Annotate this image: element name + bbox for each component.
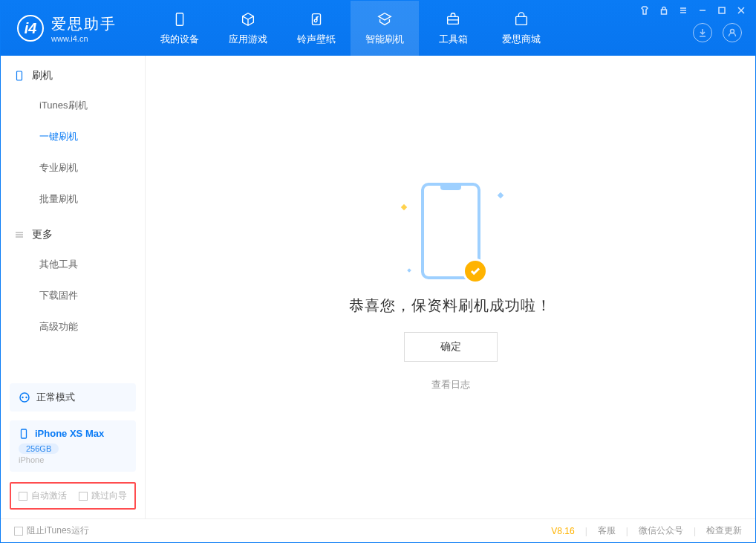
svg-rect-3 [516, 16, 527, 25]
window-controls [639, 5, 746, 16]
version-label: V8.16 [551, 526, 574, 536]
sidebar-group-label: 刷机 [32, 69, 53, 82]
app-url: www.i4.cn [51, 34, 117, 43]
nav-label: 铃声壁纸 [297, 33, 336, 46]
toolbox-icon [444, 10, 462, 28]
sidebar-item-batch-flash[interactable]: 批量刷机 [1, 183, 145, 215]
nav-tab-shop[interactable]: 爱思商城 [487, 1, 555, 56]
phone-illustration-icon [421, 183, 480, 279]
logo: i4 爱思助手 www.i4.cn [1, 1, 146, 56]
titlebar-right [639, 1, 755, 56]
sidebar-item-pro-flash[interactable]: 专业刷机 [1, 152, 145, 183]
phone-icon [171, 10, 189, 28]
svg-rect-5 [719, 7, 725, 13]
nav-tab-device[interactable]: 我的设备 [146, 1, 214, 56]
nav-label: 我的设备 [160, 33, 199, 46]
nav-tab-toolbox[interactable]: 工具箱 [419, 1, 487, 56]
bottom-options-box: 自动激活 跳过向导 [10, 482, 136, 510]
cycle-icon [19, 391, 30, 403]
sidebar-group-label: 更多 [32, 228, 53, 241]
titlebar: i4 爱思助手 www.i4.cn 我的设备 应用游戏 铃声壁纸 智能刷机 [1, 1, 755, 56]
sidebar-group-more: 更多 [1, 215, 145, 249]
svg-rect-4 [662, 10, 667, 14]
app-name: 爱思助手 [51, 14, 117, 34]
sidebar-item-oneclick-flash[interactable]: 一键刷机 [1, 121, 145, 152]
app-window: i4 爱思助手 www.i4.cn 我的设备 应用游戏 铃声壁纸 智能刷机 [0, 0, 756, 543]
maximize-icon[interactable] [717, 5, 727, 16]
nav-label: 工具箱 [439, 33, 468, 46]
nav-tabs: 我的设备 应用游戏 铃声壁纸 智能刷机 工具箱 爱思商城 [146, 1, 555, 56]
lock-icon[interactable] [659, 5, 669, 16]
minimize-icon[interactable] [697, 5, 708, 16]
sidebar-item-advanced[interactable]: 高级功能 [1, 311, 145, 342]
checkbox-skip-wizard[interactable]: 跳过向导 [79, 490, 127, 502]
menu-icon [14, 230, 25, 240]
link-support[interactable]: 客服 [598, 524, 616, 537]
nav-label: 智能刷机 [365, 33, 404, 46]
music-icon [307, 10, 325, 28]
device-storage: 256GB [19, 443, 59, 454]
device-card[interactable]: iPhone XS Max 256GB iPhone [10, 420, 136, 472]
phone-icon [19, 429, 29, 439]
link-check-update[interactable]: 检查更新 [706, 524, 742, 537]
cube-icon [239, 10, 257, 28]
sidebar-item-other-tools[interactable]: 其他工具 [1, 249, 145, 280]
nav-label: 应用游戏 [229, 33, 267, 46]
nav-label: 爱思商城 [502, 33, 541, 46]
checkbox-icon [79, 492, 88, 501]
svg-rect-0 [176, 13, 183, 26]
sidebar-group-flash: 刷机 [1, 56, 145, 90]
checkbox-icon [14, 527, 23, 536]
checkbox-label: 阻止iTunes运行 [27, 524, 89, 537]
checkbox-label: 自动激活 [31, 490, 67, 502]
checkbox-block-itunes[interactable]: 阻止iTunes运行 [14, 524, 89, 537]
nav-tab-ringtones[interactable]: 铃声壁纸 [282, 1, 351, 56]
svg-point-8 [20, 393, 29, 402]
checkbox-auto-activate[interactable]: 自动激活 [19, 490, 67, 502]
sidebar-item-itunes-flash[interactable]: iTunes刷机 [1, 90, 145, 121]
phone-icon [14, 71, 25, 81]
nav-tab-flash[interactable]: 智能刷机 [351, 1, 419, 56]
refresh-icon [376, 10, 394, 28]
nav-tab-apps[interactable]: 应用游戏 [214, 1, 282, 56]
checkbox-label: 跳过向导 [91, 490, 127, 502]
device-name: iPhone XS Max [35, 428, 104, 439]
sidebar: 刷机 iTunes刷机 一键刷机 专业刷机 批量刷机 更多 其他工具 下载固件 … [1, 56, 146, 518]
svg-rect-7 [17, 71, 22, 80]
user-button[interactable] [723, 23, 742, 42]
shirt-icon[interactable] [639, 5, 650, 16]
close-icon[interactable] [736, 5, 746, 16]
success-message: 恭喜您，保资料刷机成功啦！ [349, 296, 552, 316]
sidebar-item-download-firmware[interactable]: 下载固件 [1, 280, 145, 311]
svg-point-9 [22, 397, 23, 398]
mode-label: 正常模式 [36, 391, 75, 404]
view-log-link[interactable]: 查看日志 [431, 378, 470, 391]
link-wechat[interactable]: 微信公众号 [639, 524, 683, 537]
shop-icon [512, 10, 530, 28]
check-circle-icon [463, 259, 488, 284]
ok-button[interactable]: 确定 [404, 332, 498, 362]
svg-point-10 [25, 397, 27, 398]
svg-rect-11 [22, 429, 27, 438]
statusbar: 阻止iTunes运行 V8.16 | 客服 | 微信公众号 | 检查更新 [1, 518, 755, 542]
checkbox-icon [19, 492, 27, 501]
main-content: 恭喜您，保资料刷机成功啦！ 确定 查看日志 [146, 56, 755, 518]
download-button[interactable] [693, 23, 712, 42]
mode-card[interactable]: 正常模式 [10, 383, 136, 412]
device-type: iPhone [19, 455, 127, 464]
statusbar-right: V8.16 | 客服 | 微信公众号 | 检查更新 [551, 524, 742, 537]
body: 刷机 iTunes刷机 一键刷机 专业刷机 批量刷机 更多 其他工具 下载固件 … [1, 56, 755, 518]
logo-icon: i4 [17, 15, 44, 42]
svg-point-6 [731, 30, 734, 33]
success-illustration [421, 183, 480, 279]
menu-icon[interactable] [678, 5, 688, 16]
titlebar-actions [693, 23, 746, 42]
